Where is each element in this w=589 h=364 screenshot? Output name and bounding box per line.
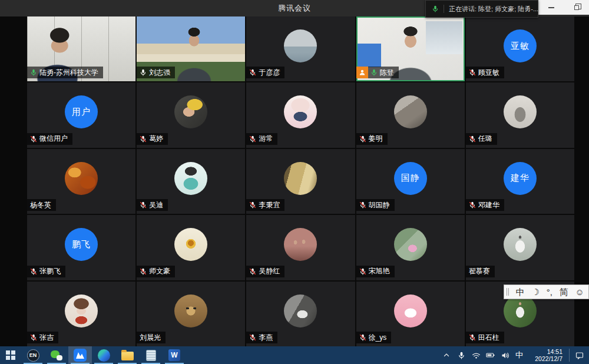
participant-grid: 陆勇-苏州科技大学 刘志强 — [0, 16, 589, 346]
speaking-mic-icon — [432, 5, 439, 12]
participant-namebar: 宋旭艳 — [356, 266, 395, 277]
participant-avatar: 鹏飞 — [65, 228, 98, 261]
taskbar-app-edge[interactable] — [92, 346, 115, 364]
participant-namebar: 翟慕赛 — [466, 266, 495, 277]
avatar-initials: 国静 — [401, 173, 420, 184]
taskbar-language-indicator[interactable]: EN — [21, 346, 45, 364]
mic-status-icon — [359, 334, 366, 341]
participant-tile[interactable]: 刘志强 — [137, 16, 245, 81]
participant-tile[interactable]: 游常 — [246, 82, 355, 147]
mic-status-icon — [30, 135, 37, 143]
participant-tile[interactable]: 于彦彦 — [246, 16, 355, 81]
network-wifi-icon[interactable] — [471, 349, 481, 362]
mic-status-icon — [249, 135, 256, 143]
avatar-initials: 鹏飞 — [72, 239, 91, 250]
participant-tile[interactable]: 陆勇-苏州科技大学 — [27, 16, 135, 81]
participant-avatar — [394, 228, 427, 261]
participant-name: 宋旭艳 — [369, 266, 390, 276]
ime-punctuation-mode[interactable]: °, — [547, 287, 552, 296]
participant-tile[interactable]: 陈登 — [356, 16, 465, 81]
mic-status-icon — [140, 268, 147, 275]
participant-name: 刘晨光 — [140, 333, 161, 343]
participant-avatar — [284, 29, 317, 62]
participant-tile[interactable]: 吴静红 — [246, 215, 355, 280]
participant-avatar — [284, 95, 317, 128]
ime-emoji-icon[interactable]: ☺ — [575, 287, 584, 296]
action-center-icon[interactable] — [575, 349, 584, 362]
participant-tile[interactable]: 吴迪 — [137, 149, 245, 214]
ime-halfwidth-moon-icon[interactable]: ☽ — [532, 287, 540, 296]
participant-name: 微信用户 — [39, 134, 68, 144]
participant-tile[interactable]: 任璐 — [466, 82, 574, 147]
restore-button[interactable] — [564, 0, 589, 15]
participant-tile[interactable]: 李秉宜 — [246, 149, 355, 214]
participant-tile[interactable]: 姜明 — [356, 82, 465, 147]
hidden-icons-button[interactable] — [442, 349, 451, 362]
participant-namebar: 徐_ys — [356, 332, 392, 343]
participant-namebar: 胡国静 — [356, 199, 395, 211]
tencent-meeting-icon — [74, 349, 87, 362]
participant-name: 任璐 — [478, 134, 492, 144]
participant-namebar: 顾亚敏 — [466, 67, 504, 78]
volume-icon[interactable] — [501, 349, 510, 362]
participant-avatar — [504, 228, 537, 261]
participant-tile[interactable]: 徐_ys — [356, 282, 465, 346]
minimize-button[interactable] — [538, 0, 564, 15]
host-badge-icon — [356, 67, 368, 78]
participant-avatar — [284, 162, 317, 195]
mic-status-icon — [359, 268, 366, 275]
ime-drag-handle[interactable] — [507, 288, 509, 296]
ime-simplified-mode[interactable]: 简 — [560, 287, 568, 296]
participant-name: 师文豪 — [149, 266, 170, 276]
avatar-initials: 用户 — [72, 107, 91, 118]
participant-tile[interactable]: 鹏飞 张鹏飞 — [27, 215, 135, 280]
participant-namebar: 陆勇-苏州科技大学 — [27, 67, 103, 78]
taskbar-app-tencent-meeting[interactable] — [68, 346, 92, 364]
language-en-icon: EN — [27, 349, 39, 362]
ime-mode-chinese[interactable]: 中 — [516, 287, 525, 296]
mic-status-icon — [469, 201, 476, 209]
participant-name: 张鹏飞 — [39, 266, 61, 276]
participant-tile[interactable]: 建华 邓建华 — [466, 149, 574, 214]
participant-name: 翟慕赛 — [469, 266, 490, 276]
taskbar-app-word[interactable]: W — [163, 346, 186, 364]
participant-tile[interactable]: 刘晨光 — [137, 282, 245, 346]
participant-namebar: 师文豪 — [137, 266, 175, 277]
participant-avatar — [504, 95, 537, 128]
taskbar-app-notepad[interactable] — [139, 346, 163, 364]
participant-avatar: 建华 — [504, 162, 537, 195]
participant-tile[interactable]: 翟慕赛 — [466, 215, 574, 280]
participant-tile[interactable]: 李燕 — [246, 282, 355, 346]
participant-name: 陆勇-苏州科技大学 — [39, 68, 98, 78]
windows-logo-icon — [6, 350, 15, 360]
start-button[interactable] — [0, 346, 21, 364]
participant-namebar: 刘志强 — [137, 67, 175, 78]
battery-icon[interactable] — [486, 349, 495, 362]
participant-tile[interactable]: 用户 微信用户 — [27, 82, 135, 147]
taskbar-clock[interactable]: 14:51 2022/12/7 — [528, 348, 562, 362]
participant-avatar — [65, 162, 98, 195]
speaking-banner-text: 正在讲话: 陈登; 师文豪; 陆勇-... — [449, 5, 538, 14]
mic-status-icon — [359, 135, 366, 143]
participant-tile[interactable]: 杨冬英 — [27, 149, 135, 214]
ime-toolbar: 中 ☽ °, 简 ☺ — [504, 284, 589, 299]
tray-ime-indicator[interactable]: 中 — [515, 350, 523, 360]
restore-icon — [574, 5, 579, 10]
taskbar-app-wechat[interactable] — [45, 346, 68, 364]
speaking-banner: 正在讲话: 陈登; 师文豪; 陆勇-... — [425, 0, 538, 18]
participant-namebar: 吴迪 — [137, 199, 168, 211]
minimize-icon — [548, 7, 554, 8]
participant-tile[interactable]: 宋旭艳 — [356, 215, 465, 280]
taskbar-app-file-explorer[interactable] — [115, 346, 139, 364]
participant-tile[interactable]: 亚敏 顾亚敏 — [466, 16, 574, 81]
participant-namebar: 于彦彦 — [246, 67, 284, 78]
notepad-icon — [146, 350, 156, 361]
participant-name: 顾亚敏 — [478, 68, 499, 78]
participant-tile[interactable]: 葛婷 — [137, 82, 245, 147]
show-desktop-divider[interactable] — [569, 349, 570, 362]
participant-tile[interactable]: 张吉 — [27, 282, 135, 346]
participant-name: 邓建华 — [478, 200, 499, 210]
participant-tile[interactable]: 国静 胡国静 — [356, 149, 465, 214]
participant-tile[interactable]: 师文豪 — [137, 215, 245, 280]
microphone-tray-icon[interactable] — [456, 349, 466, 362]
